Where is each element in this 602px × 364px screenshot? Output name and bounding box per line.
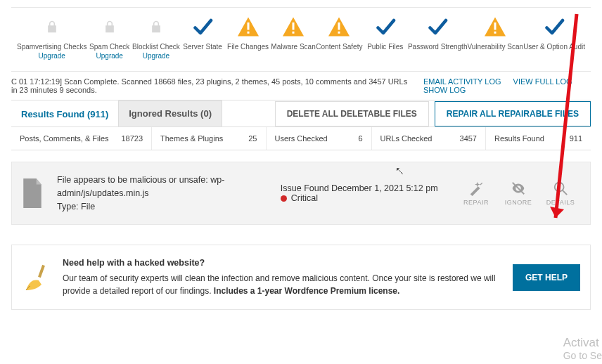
step-file-changes: File Changes xyxy=(225,15,271,51)
step-vulnerability: Vulnerability Scan xyxy=(467,15,523,51)
stat-results: Results Found911 xyxy=(486,127,591,150)
help-box: Need help with a hacked website? Our tea… xyxy=(11,245,591,310)
step-spam-check: Spam Check Upgrade xyxy=(87,15,132,60)
delete-all-button[interactable]: DELETE ALL DELETABLE FILES xyxy=(275,101,429,126)
scan-log-text: C 01 17:12:19] Scan Complete. Scanned 18… xyxy=(11,77,414,94)
cursor-icon: ⭦ xyxy=(395,165,404,176)
svg-rect-0 xyxy=(247,22,249,30)
step-user-audit: User & Option Audit xyxy=(523,15,585,51)
warning-icon xyxy=(283,17,304,37)
eye-off-icon xyxy=(511,181,526,196)
svg-rect-3 xyxy=(293,32,295,34)
stat-posts: Posts, Comments, & Files18723 xyxy=(11,127,152,150)
check-icon xyxy=(427,16,448,37)
warning-icon xyxy=(238,17,259,37)
lock-icon xyxy=(149,18,163,35)
email-activity-log-link[interactable]: EMAIL ACTIVITY LOG xyxy=(423,77,501,86)
upgrade-link[interactable]: Upgrade xyxy=(39,52,65,60)
lock-icon xyxy=(45,18,59,35)
ignore-button[interactable]: IGNORE xyxy=(497,181,539,206)
step-server-state: Server State xyxy=(180,15,226,51)
issue-file-line: File appears to be malicious or unsafe: … xyxy=(57,174,267,200)
help-title: Need help with a hacked website? xyxy=(63,256,500,270)
svg-rect-4 xyxy=(338,22,340,30)
windows-watermark: Activat Go to Se xyxy=(563,336,602,361)
stats-row: Posts, Comments, & Files18723 Themes & P… xyxy=(11,126,591,150)
tab-ignored-results[interactable]: Ignored Results (0) xyxy=(118,100,222,126)
issue-row: File appears to be malicious or unsafe: … xyxy=(11,162,591,225)
svg-point-8 xyxy=(555,183,564,192)
svg-line-9 xyxy=(563,190,567,195)
lock-icon xyxy=(103,18,117,35)
scan-log-bar: C 01 17:12:19] Scan Complete. Scanned 18… xyxy=(11,72,591,100)
warning-icon xyxy=(328,17,350,37)
wand-icon xyxy=(468,181,484,196)
upgrade-link[interactable]: Upgrade xyxy=(143,52,169,60)
tab-results-found[interactable]: Results Found (911) xyxy=(11,100,118,126)
svg-rect-6 xyxy=(494,22,497,30)
svg-rect-10 xyxy=(38,264,45,277)
svg-rect-1 xyxy=(247,32,249,34)
svg-rect-5 xyxy=(338,32,340,34)
step-spamvertising: Spamvertising Checks Upgrade xyxy=(17,15,87,60)
step-malware-scan: Malware Scan xyxy=(271,15,316,51)
view-full-log-link[interactable]: VIEW FULL LOG xyxy=(513,77,572,86)
results-tabrow: Results Found (911) Ignored Results (0) … xyxy=(11,100,591,126)
show-log-link[interactable]: SHOW LOG xyxy=(423,86,466,94)
step-password-strength: Password Strength xyxy=(408,15,468,51)
get-help-button[interactable]: GET HELP xyxy=(513,264,580,291)
step-blocklist: Blocklist Check Upgrade xyxy=(132,15,180,60)
step-public-files: Public Files xyxy=(362,15,408,51)
stat-urls: URLs Checked3457 xyxy=(372,127,487,150)
repair-all-button[interactable]: REPAIR ALL REPAIRABLE FILES xyxy=(435,101,591,126)
warning-icon xyxy=(485,17,506,37)
details-button[interactable]: DETAILS xyxy=(539,181,582,206)
svg-rect-2 xyxy=(293,22,295,30)
stat-users: Users Checked6 xyxy=(267,127,372,150)
scan-steps: Spamvertising Checks Upgrade Spam Check … xyxy=(11,7,591,72)
step-content-safety: Content Safety xyxy=(316,15,362,51)
issue-found-line: Issue Found December 1, 2021 5:12 pm xyxy=(281,183,455,193)
repair-button[interactable]: REPAIR xyxy=(455,181,497,206)
magnify-icon xyxy=(553,181,568,196)
upgrade-link[interactable]: Upgrade xyxy=(96,52,123,60)
svg-rect-7 xyxy=(494,32,497,34)
issue-severity: Critical xyxy=(291,193,318,203)
check-icon xyxy=(375,16,396,37)
help-body-bold: Includes a 1-year Wordfence Premium lice… xyxy=(214,286,400,296)
critical-dot-icon xyxy=(281,195,287,202)
issue-type-line: Type: File xyxy=(57,200,267,214)
check-icon xyxy=(544,16,565,37)
file-icon xyxy=(20,178,44,209)
broom-icon xyxy=(22,264,50,292)
stat-themes: Themes & Plugins25 xyxy=(152,127,267,150)
check-icon xyxy=(192,16,213,37)
